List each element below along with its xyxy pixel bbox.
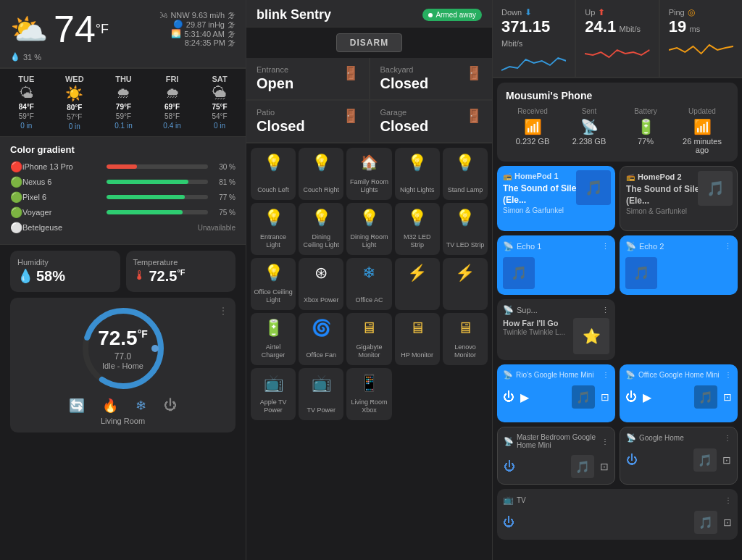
google-home-card[interactable]: 📡 Google Home ⋮ ⏻ 🎵 ⊡ — [620, 427, 738, 485]
phone-received: Received 📶 0.232 GB — [506, 107, 559, 154]
armed-badge: Armed away — [422, 9, 482, 21]
thermostat-cool[interactable]: ❄ — [136, 398, 146, 414]
echo-grid: 📡 Echo 1 ⋮ 🎵 📡 Echo 2 ⋮ 🎵 — [493, 235, 742, 364]
sunrise-info: 🌅5:31:40 AM 🌫 — [159, 29, 235, 38]
weather-widget: ⛅ 74 °F 🌬NNW 9.63 mi/h 🌫 🔵29.87 inHg 🌫 🌅… — [0, 0, 246, 68]
echo1-art: 🎵 — [503, 257, 535, 289]
device-gigabyte-monitor[interactable]: 🖥 Gigabyte Monitor — [346, 313, 391, 365]
door-entrance[interactable]: Entrance Open 🚪 — [246, 58, 369, 99]
device-m32-led[interactable]: 💡 M32 LED Strip — [395, 203, 440, 255]
echo2-menu[interactable]: ⋮ — [724, 242, 732, 251]
device-apple-tv-power[interactable]: 📺 Apple TV Power — [251, 368, 296, 420]
device-living-room-xbox[interactable]: 📱 Living Room Xbox — [346, 368, 391, 420]
device-family-room-lights[interactable]: 🏠 Family Room Lights — [346, 148, 391, 200]
up-label: Up — [585, 8, 595, 17]
homepod-2-card[interactable]: 📻 HomePod 2 ⋮ The Sound of Silence (Ele.… — [620, 166, 738, 231]
device-night-lights[interactable]: 💡 Night Lights — [395, 148, 440, 200]
left-panel: ⛅ 74 °F 🌬NNW 9.63 mi/h 🌫 🔵29.87 inHg 🌫 🌅… — [0, 0, 246, 560]
master-bedroom-menu[interactable]: ⋮ — [601, 438, 609, 446]
echo1-menu[interactable]: ⋮ — [601, 242, 609, 251]
office-mini-cast[interactable]: ⊡ — [723, 391, 732, 403]
down-label: Down — [501, 8, 522, 17]
forecast-fri: FRI 🌧 69°F 58°F 0.4 in — [163, 75, 180, 130]
env-row: Humidity 💧 58% Temperature 🌡 72.5°F — [0, 244, 246, 298]
rios-mini-name: Rio's Google Home Mini — [516, 371, 594, 379]
master-bedroom-card[interactable]: 📡 Master Bedroom Google Home Mini ⋮ ⏻ 🎵 … — [497, 427, 615, 485]
office-mini-play[interactable]: ▶ — [643, 390, 651, 404]
echo-1-card[interactable]: 📡 Echo 1 ⋮ 🎵 — [497, 235, 615, 295]
echo3-artist: Twinkle Twinkle L... — [503, 328, 569, 336]
device-couch-left[interactable]: 💡 Couch Left — [251, 148, 296, 200]
homepod2-artist: Simon & Garfunkel — [626, 207, 731, 215]
device-hp-monitor[interactable]: 🖥 HP Monitor — [395, 313, 440, 365]
device-airtel-charger[interactable]: 🔋 Airtel Charger — [251, 313, 296, 365]
wind-info: 🌬NNW 9.63 mi/h 🌫 — [159, 11, 235, 20]
device-couch-right[interactable]: 💡 Couch Right — [299, 148, 343, 200]
forecast-tue: TUE 🌤 84°F 59°F 0 in — [18, 75, 34, 130]
device-office-ac[interactable]: ❄ Office AC — [346, 258, 391, 310]
thermostat-setpoint: 77.0 — [98, 351, 148, 362]
device-dining-ceiling[interactable]: 💡 Dining Ceiling Light — [299, 203, 343, 255]
door-garage[interactable]: Garage Closed 🚪 — [370, 101, 493, 142]
device-stand-lamp[interactable]: 💡 Stand Lamp — [443, 148, 488, 200]
device-plug-1[interactable]: ⚡ — [395, 258, 440, 310]
office-mini-name: Office Google Home Mini — [638, 371, 720, 379]
smart-device-grid: 💡 Couch Left 💡 Couch Right 🏠 Family Room… — [246, 143, 492, 425]
echo-2-card[interactable]: 📡 Echo 2 ⋮ 🎵 — [620, 235, 738, 295]
device-office-fan[interactable]: 🌀 Office Fan — [299, 313, 343, 365]
echo3-menu[interactable]: ⋮ — [601, 306, 609, 315]
thermostat-menu[interactable]: ⋮ — [218, 305, 228, 317]
device-tv-power[interactable]: 📺 TV Power — [299, 368, 343, 420]
device-office-ceiling[interactable]: 💡 Office Ceiling Light — [251, 258, 296, 310]
homepod-grid: 📻 HomePod 1 ⋮ The Sound of Silence (Ele.… — [493, 166, 742, 235]
bedroom-home-grid: 📡 Master Bedroom Google Home Mini ⋮ ⏻ 🎵 … — [493, 427, 742, 489]
rios-home-mini-card[interactable]: 📡 Rio's Google Home Mini ⋮ ⏻ ▶ 🎵 ⊡ — [497, 364, 615, 422]
disarm-button[interactable]: DISARM — [336, 33, 402, 52]
master-bedroom-art: 🎵 — [571, 455, 594, 478]
tv-cast[interactable]: ⊡ — [723, 517, 732, 528]
device-lenovo-monitor[interactable]: 🖥 Lenovo Monitor — [443, 313, 488, 365]
device-dining-room-light[interactable]: 💡 Dining Room Light — [346, 203, 391, 255]
echo-3-card[interactable]: 📡 Sup... ⋮ How Far I'll Go Twinkle Twink… — [497, 299, 615, 360]
office-mini-power[interactable]: ⏻ — [625, 390, 637, 404]
weather-icon: ⛅ — [10, 12, 48, 47]
device-entrance-light[interactable]: 💡 Entrance Light — [251, 203, 296, 255]
tv-power[interactable]: ⏻ — [503, 516, 514, 529]
google-home-menu[interactable]: ⋮ — [724, 434, 731, 442]
echo3-name: Sup... — [517, 306, 538, 314]
device-voyager: 🟢 Voyager 75 % — [10, 206, 235, 218]
armed-dot — [428, 13, 433, 17]
echo3-art: ⭐ — [573, 318, 609, 354]
homepod-1-card[interactable]: 📻 HomePod 1 ⋮ The Sound of Silence (Ele.… — [497, 166, 615, 231]
rios-mini-menu[interactable]: ⋮ — [602, 371, 609, 379]
temperature-value: 72.5°F — [149, 268, 186, 285]
door-backyard[interactable]: Backyard Closed 🚪 — [370, 58, 493, 99]
thermostat-card: ⋮ 72.5°F 77.0 Idle - Home 🔄 🔥 ❄ ⏻ Living… — [10, 298, 235, 432]
google-home-power[interactable]: ⏻ — [626, 454, 638, 467]
svg-point-2 — [151, 345, 159, 352]
down-value: 371.15 — [501, 17, 550, 35]
office-home-mini-card[interactable]: 📡 Office Google Home Mini ⋮ ⏻ ▶ 🎵 ⊡ — [620, 364, 738, 422]
master-bedroom-cast[interactable]: ⊡ — [600, 461, 609, 472]
device-plug-2[interactable]: ⚡ — [443, 258, 488, 310]
thermostat-refresh[interactable]: 🔄 — [69, 398, 85, 414]
forecast-wed: WED ☀️ 80°F 57°F 0 in — [65, 75, 84, 130]
google-home-cast[interactable]: ⊡ — [722, 454, 731, 466]
door-patio[interactable]: Patio Closed 🚪 — [246, 101, 369, 142]
thermostat-power[interactable]: ⏻ — [164, 398, 177, 414]
rios-mini-play[interactable]: ▶ — [520, 390, 529, 404]
device-iphone: 🔴 iPhone 13 Pro 30 % — [10, 161, 235, 172]
tv-menu[interactable]: ⋮ — [725, 496, 732, 504]
master-bedroom-power[interactable]: ⏻ — [504, 460, 515, 473]
tv-card[interactable]: 📺 TV ⋮ ⏻ 🎵 ⊡ — [497, 489, 738, 540]
forecast-row: TUE 🌤 84°F 59°F 0 in WED ☀️ 80°F 57°F 0 … — [0, 68, 246, 136]
device-tv-led[interactable]: 💡 TV LED Strip — [443, 203, 488, 255]
office-mini-menu[interactable]: ⋮ — [725, 371, 732, 379]
temperature-card: Temperature 🌡 72.5°F — [126, 251, 236, 292]
ping-label: Ping — [669, 8, 685, 17]
thermostat-heat[interactable]: 🔥 — [102, 398, 118, 414]
rios-mini-power[interactable]: ⏻ — [503, 390, 514, 404]
rios-mini-art: 🎵 — [572, 385, 595, 409]
rios-mini-cast[interactable]: ⊡ — [601, 391, 609, 403]
device-xbox-power[interactable]: ⊛ Xbox Power — [299, 258, 343, 310]
